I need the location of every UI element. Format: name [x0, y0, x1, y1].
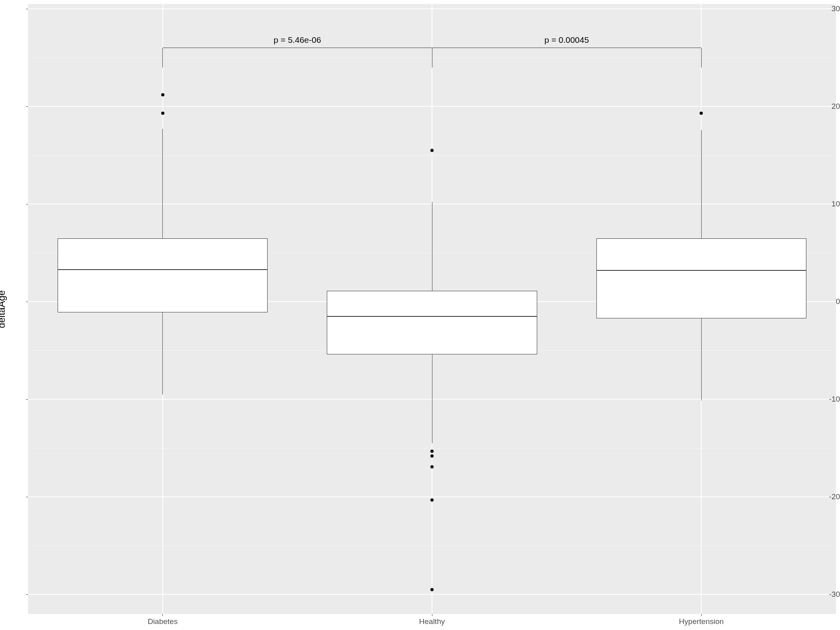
boxplot-chart: -30-20-100102030DiabetesHealthyHypertens… — [0, 0, 840, 630]
x-tick-label: Healthy — [419, 617, 445, 626]
outlier-point — [430, 465, 434, 468]
y-tick-label: 0 — [816, 297, 840, 306]
y-tick — [26, 204, 28, 204]
y-axis-title: deltaAge — [0, 290, 7, 328]
bracket-segment — [163, 48, 432, 48]
whisker-lower — [701, 318, 702, 400]
outlier-point — [430, 450, 434, 453]
outlier-point — [161, 93, 164, 96]
y-tick-label: 10 — [816, 200, 840, 208]
p-value-annotation: p = 5.46e-06 — [274, 35, 321, 45]
outlier-point — [430, 588, 434, 591]
box — [58, 238, 268, 312]
y-tick-label: 30 — [816, 4, 840, 13]
outlier-point — [430, 149, 434, 152]
outlier-point — [430, 498, 434, 502]
box — [596, 238, 806, 318]
whisker-lower — [162, 312, 163, 394]
x-tick — [432, 614, 432, 616]
x-tick-label: Hypertension — [679, 617, 724, 626]
y-tick-label: 20 — [816, 102, 840, 111]
bracket-segment — [432, 48, 432, 68]
bracket-segment — [162, 48, 163, 68]
x-tick — [701, 614, 702, 616]
y-tick — [26, 497, 28, 497]
y-tick-label: -10 — [816, 395, 840, 404]
y-tick — [26, 9, 28, 9]
y-tick — [26, 594, 28, 595]
whisker-upper — [432, 202, 432, 291]
box-median — [327, 316, 537, 317]
y-tick-label: -20 — [816, 492, 840, 501]
p-value-annotation: p = 0.00045 — [544, 35, 589, 45]
y-tick-label: -30 — [816, 590, 840, 599]
box-median — [58, 269, 268, 270]
x-tick — [162, 614, 163, 616]
box-median — [596, 270, 806, 271]
outlier-point — [161, 112, 164, 115]
whisker-upper — [701, 130, 702, 238]
bracket-segment — [432, 48, 701, 48]
y-tick — [26, 106, 28, 107]
box — [327, 291, 537, 354]
whisker-lower — [432, 354, 432, 443]
y-tick — [26, 302, 28, 302]
outlier-point — [430, 454, 434, 458]
y-tick — [26, 399, 28, 400]
x-tick-label: Diabetes — [148, 617, 178, 626]
whisker-upper — [162, 129, 163, 238]
bracket-segment — [701, 48, 702, 68]
